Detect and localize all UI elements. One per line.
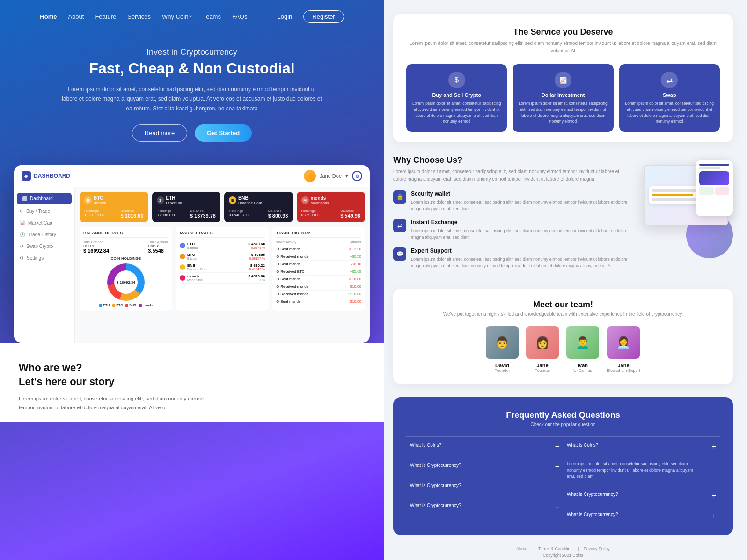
dashboard-header: ◈ DASHBOARD Jane Doe ▾ ⚙ <box>14 165 370 187</box>
nav-about[interactable]: About <box>68 13 84 20</box>
sidebar-item-market-cap[interactable]: 📊 Market Cap <box>14 217 74 229</box>
market-row-btc: BTCBitcoin $ 56588-0.68157 % <box>180 251 265 262</box>
faq-item-r3[interactable]: What is Cryptocurrency? + <box>563 506 720 526</box>
service-item-dollar-investment: 📈 Dollar Investment Lorem ipsum dolor si… <box>513 64 613 132</box>
faq-answer-expanded: Lorem ipsum dolor sit amet, consetetur s… <box>563 457 720 486</box>
monds-card: M monds Moonedas Holdings0.7690 BTC Bala… <box>297 192 366 222</box>
faq-q2: What is Cryptocurrency? <box>410 463 461 468</box>
faq-item-3[interactable]: What is Cryptocurrency? + <box>406 477 563 497</box>
support-icon: 💬 <box>393 247 406 261</box>
footer-terms[interactable]: Terms & Condition <box>538 546 573 551</box>
trade-amount-value: 3.5548 <box>148 248 168 254</box>
nav-whycoin[interactable]: Why Coin? <box>162 13 192 20</box>
service-card: The Service you Deserve Lorem ipsum dolo… <box>393 14 733 142</box>
nav-feature[interactable]: Feature <box>95 13 116 20</box>
faq-answer-text: Lorem ipsum dolor sit amet, consetetur s… <box>567 461 698 480</box>
avatar-jane1: 👩 <box>526 326 559 359</box>
nav-teams[interactable]: Teams <box>203 13 221 20</box>
dollar-investment-title: Dollar Investment <box>518 92 608 98</box>
legend-btc: BTC <box>112 304 123 307</box>
trade-row-7: ⊙ Received monds+$10.00 <box>276 291 361 298</box>
faq-expand-3[interactable]: + <box>555 483 559 491</box>
sidebar-item-settings[interactable]: ⚙ Settings <box>14 252 74 264</box>
faq-title: Frequently Asked Questions <box>406 410 720 420</box>
faq-q1: What is Coins? <box>410 443 441 448</box>
avatar-jane2: 👩‍💼 <box>607 326 640 359</box>
eth-market-icon <box>180 243 185 248</box>
total-balance-label: Total Balance <box>83 240 109 244</box>
pie-legend: ETH BTC BNB monds <box>83 304 168 307</box>
faq-expand-2[interactable]: + <box>555 463 559 471</box>
faq-item-1[interactable]: What is Coins? + <box>406 436 563 457</box>
faq-item-r2[interactable]: What is Cryptocurrency? + <box>563 486 720 506</box>
hero-section: Invest in Cryptocurrency Fast, Cheap & N… <box>0 33 384 165</box>
faq-item-4[interactable]: What is Cryptocurrency? + <box>406 497 563 517</box>
faq-item-2[interactable]: What is Cryptocurrency? + <box>406 457 563 477</box>
team-section: Meet our team! We've put together a high… <box>393 289 733 384</box>
nav-home[interactable]: Home <box>40 13 57 20</box>
dollar-investment-icon: 📈 <box>555 72 571 88</box>
nav-faqs[interactable]: FAQs <box>232 13 248 20</box>
service-item-swap: ⇄ Swap Lorem ipsum dolor sit amet, conse… <box>619 64 720 132</box>
faq-section: Frequently Asked Questions Check our the… <box>393 397 733 535</box>
pie-center-value: $ 16092.84 <box>114 270 138 294</box>
hero-title: Fast, Cheap & Non Custodial <box>37 60 346 77</box>
hero-description: Lorem ipsum dolor sit amet, consetetur s… <box>61 85 323 113</box>
faq-expand-r1[interactable]: + <box>712 443 716 451</box>
faq-expand-4[interactable]: + <box>555 503 559 511</box>
faq-expand-r3[interactable]: + <box>712 512 716 520</box>
footer-about[interactable]: About <box>516 546 527 551</box>
sidebar-item-dashboard[interactable]: Dashboard <box>17 193 72 204</box>
market-cap-icon: 📊 <box>20 220 25 225</box>
service-item-buy-sell: $ Buy and Sell Crypto Lorem ipsum dolor … <box>406 64 507 132</box>
nav-register-button[interactable]: Register <box>303 10 344 23</box>
settings-icon[interactable]: ⚙ <box>352 171 362 181</box>
btc-symbol: BTC <box>94 196 106 201</box>
settings-nav-icon: ⚙ <box>20 255 24 261</box>
market-row-bnb: BNBBinance Coin $ 620.22-0.41842 % <box>180 262 265 273</box>
pie-chart: $ 16092.84 <box>107 263 145 301</box>
phone-stats <box>699 187 729 195</box>
security-icon: 🔒 <box>393 190 406 204</box>
eth-icon: Ξ <box>157 196 164 204</box>
footer-privacy[interactable]: Privacy Policy <box>584 546 610 551</box>
trade-section: TRADE HISTORY Wallet ActivityAmount ⊙ Se… <box>272 227 365 311</box>
jane1-name: Jane <box>526 363 559 368</box>
team-member-david: 👨 David Founder <box>486 326 519 373</box>
buy-sell-title: Buy and Sell Crypto <box>412 92 501 98</box>
faq-left-column: What is Coins? + What is Cryptocurrency?… <box>406 436 563 526</box>
faq-expand-r2[interactable]: + <box>712 492 716 500</box>
why-title: Why Choose Us? <box>393 155 630 165</box>
hero-subtitle: Invest in Cryptocurrency <box>37 47 346 57</box>
sidebar-item-buy-trade[interactable]: ⟳ Buy / Trade <box>14 205 74 217</box>
user-dropdown-icon[interactable]: ▾ <box>345 173 348 179</box>
nav-login[interactable]: Login <box>277 13 292 20</box>
screen-bar-2 <box>652 194 693 196</box>
faq-expand-1[interactable]: + <box>555 443 559 451</box>
dashboard-logo-icon: ◈ <box>22 171 31 181</box>
david-role: Founder <box>486 368 519 373</box>
footer-copyright: Copyright 2021 Coins <box>393 553 733 558</box>
coin-chevron[interactable]: ▾ <box>157 244 159 248</box>
sidebar-item-swap-crypto[interactable]: ⇄ Swap Crypto <box>14 240 74 252</box>
swap-service-icon: ⇄ <box>661 72 678 88</box>
dashboard-bottom: BALANCE DETAILS Total Balance USD ▾ $ 16… <box>80 227 365 311</box>
sidebar-item-trade-history[interactable]: 🕐 Trade History <box>14 229 74 240</box>
currency-chevron[interactable]: ▾ <box>92 244 94 248</box>
swap-icon: ⇄ <box>20 244 23 249</box>
get-started-button[interactable]: Get Started <box>195 124 252 142</box>
dashboard-sidebar: Dashboard ⟳ Buy / Trade 📊 Market Cap 🕐 T… <box>14 187 75 343</box>
dashboard-title: DASHBOARD <box>34 173 70 179</box>
trade-row-5: ⊙ Sent monds-$10.00 <box>276 276 361 283</box>
why-support-text: Expert Support Lorem ipsum dolor sit ame… <box>411 247 630 269</box>
nav-services[interactable]: Services <box>127 13 151 20</box>
faq-item-r1[interactable]: What is Coins? + <box>563 436 720 457</box>
bnb-market-icon <box>180 264 185 270</box>
dashboard-user: Jane Doe ▾ ⚙ <box>304 170 362 182</box>
why-item-security: 🔒 Security wallet Lorem ipsum dolor sit … <box>393 190 630 212</box>
trade-row-8: ⊙ Sent monds-$10.00 <box>276 298 361 305</box>
coin-label: Coin <box>148 244 155 248</box>
market-section: MARKET RATES ETHEtherium $ 4570.68-0.697… <box>176 227 269 311</box>
read-more-button[interactable]: Read more <box>132 124 187 142</box>
faq-rq1: What is Coins? <box>567 443 598 448</box>
